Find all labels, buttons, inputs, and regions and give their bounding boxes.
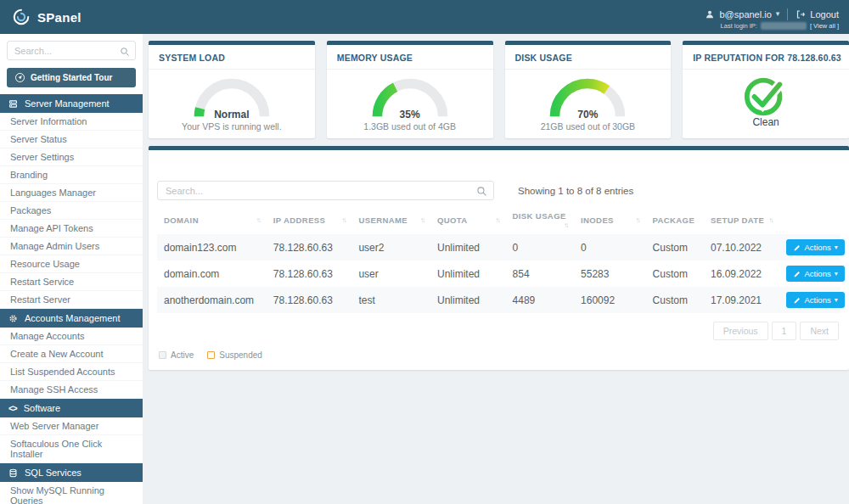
code-icon: <> bbox=[8, 404, 17, 413]
header-divider bbox=[787, 8, 788, 20]
memory-usage-gauge: 35% bbox=[366, 74, 454, 120]
cell-setup-date: 07.10.2022 bbox=[704, 234, 779, 260]
sort-icon: ↑↓ bbox=[769, 216, 773, 224]
sidebar-item-resource-usage[interactable]: Resource Usage bbox=[0, 255, 143, 273]
user-email: b@spanel.io bbox=[719, 9, 771, 20]
system-load-status: Normal bbox=[188, 109, 276, 120]
last-login-ip-redacted bbox=[761, 22, 807, 30]
cell-ip: 78.128.60.63 bbox=[267, 260, 352, 287]
sidebar-item-list-suspended-accounts[interactable]: List Suspended Accounts bbox=[0, 363, 143, 381]
logout-icon bbox=[796, 9, 806, 20]
sidebar-item-server-status[interactable]: Server Status bbox=[0, 131, 143, 148]
table-row: domain123.com 78.128.60.63 user2 Unlimit… bbox=[157, 234, 841, 260]
column-header-domain[interactable]: DOMAIN↑↓ bbox=[157, 207, 267, 234]
sidebar-section-sql-services[interactable]: SQL Services bbox=[0, 463, 143, 482]
sidebar-item-manage-ssh-access[interactable]: Manage SSH Access bbox=[0, 381, 143, 399]
sidebar-item-packages[interactable]: Packages bbox=[0, 202, 143, 220]
sort-icon: ↑↓ bbox=[256, 216, 260, 224]
column-header-quota[interactable]: QUOTA↑↓ bbox=[430, 207, 506, 234]
sidebar-item-manage-accounts[interactable]: Manage Accounts bbox=[0, 328, 143, 345]
main-content: SYSTEM LOAD Normal Your VPS is running w… bbox=[143, 34, 849, 504]
sidebar-search-input[interactable] bbox=[7, 41, 136, 60]
accounts-search-input[interactable] bbox=[157, 181, 494, 200]
actions-button[interactable]: Actions▾ bbox=[786, 239, 845, 255]
sidebar-item-softaculous-one-click-installer[interactable]: Softaculous One Click Installer bbox=[0, 435, 143, 463]
sidebar-item-server-settings[interactable]: Server Settings bbox=[0, 148, 143, 166]
active-legend-label: Active bbox=[171, 350, 194, 360]
chevron-down-icon: ▾ bbox=[835, 297, 838, 304]
sidebar: Getting Started Tour Server Management S… bbox=[0, 34, 143, 504]
section-label: Server Management bbox=[25, 98, 110, 109]
spanel-logo-icon bbox=[12, 8, 31, 26]
cell-package: Custom bbox=[646, 260, 704, 287]
getting-started-tour-button[interactable]: Getting Started Tour bbox=[7, 68, 136, 87]
top-header: SPanel b@spanel.io ▾ Logout Last login I… bbox=[0, 0, 849, 34]
cell-domain: domain.com bbox=[157, 260, 267, 287]
clean-check-icon bbox=[741, 71, 790, 119]
column-header-setup-date[interactable]: SETUP DATE↑↓ bbox=[704, 207, 779, 234]
sidebar-section-accounts-management[interactable]: Accounts Management bbox=[0, 309, 143, 328]
sort-icon: ↑↓ bbox=[564, 221, 567, 229]
memory-usage-percent: 35% bbox=[366, 109, 454, 120]
status-legend: Active Suspended bbox=[157, 350, 841, 360]
brand[interactable]: SPanel bbox=[12, 8, 82, 26]
cell-inodes: 55283 bbox=[574, 260, 646, 287]
pagination: Previous 1 Next bbox=[157, 322, 841, 340]
sidebar-section-server-management[interactable]: Server Management bbox=[0, 94, 143, 113]
sidebar-item-manage-api-tokens[interactable]: Manage API Tokens bbox=[0, 220, 143, 238]
suspended-legend-label: Suspended bbox=[219, 350, 262, 360]
section-label: SQL Services bbox=[25, 468, 82, 478]
sidebar-item-show-mysql-running-queries[interactable]: Show MySQL Running Queries bbox=[0, 482, 143, 504]
sidebar-item-languages-manager[interactable]: Languages Manager bbox=[0, 184, 143, 202]
table-row: anotherdomain.com 78.128.60.63 test Unli… bbox=[157, 287, 841, 313]
pagination-next-button[interactable]: Next bbox=[800, 322, 839, 340]
view-all-link[interactable]: [ View all ] bbox=[810, 22, 839, 30]
system-load-gauge: Normal bbox=[188, 74, 276, 120]
cell-inodes: 160092 bbox=[574, 287, 646, 313]
system-load-subtitle: Your VPS is running well. bbox=[182, 121, 282, 132]
sidebar-item-server-information[interactable]: Server Information bbox=[0, 113, 143, 131]
user-menu[interactable]: b@spanel.io ▾ bbox=[705, 9, 779, 20]
actions-button[interactable]: Actions▾ bbox=[786, 292, 845, 308]
sidebar-item-create-a-new-account[interactable]: Create a New Account bbox=[0, 345, 143, 363]
sidebar-item-web-server-manager[interactable]: Web Server Manager bbox=[0, 417, 143, 435]
sort-icon: ↑↓ bbox=[496, 216, 499, 224]
cell-disk-usage: 4489 bbox=[506, 287, 575, 313]
user-icon bbox=[705, 9, 715, 20]
chevron-down-icon: ▾ bbox=[776, 10, 780, 18]
sidebar-item-restart-service[interactable]: Restart Service bbox=[0, 273, 143, 291]
column-header-package[interactable]: PACKAGE bbox=[646, 207, 704, 234]
disk-usage-subtitle: 21GB used out of 30GB bbox=[541, 121, 636, 132]
column-header-username[interactable]: USERNAME↑↓ bbox=[351, 207, 430, 234]
logout-button[interactable]: Logout bbox=[796, 9, 839, 20]
cell-domain: anotherdomain.com bbox=[157, 287, 267, 313]
memory-usage-card: MEMORY USAGE 35% 1.3GB used out of 4GB bbox=[327, 41, 493, 138]
sidebar-item-manage-admin-users[interactable]: Manage Admin Users bbox=[0, 238, 143, 255]
ip-reputation-status: Clean bbox=[752, 116, 779, 128]
column-header-inodes[interactable]: INODES↑↓ bbox=[574, 207, 646, 234]
column-header-ip-address[interactable]: IP ADDRESS↑↓ bbox=[267, 207, 352, 234]
chevron-down-icon: ▾ bbox=[835, 244, 838, 251]
cell-quota: Unlimited bbox=[430, 234, 506, 260]
cell-setup-date: 17.09.2021 bbox=[704, 287, 779, 313]
database-icon bbox=[8, 468, 18, 478]
card-title: DISK USAGE bbox=[505, 45, 672, 70]
sidebar-section-software[interactable]: <> Software bbox=[0, 399, 143, 417]
sidebar-item-restart-server[interactable]: Restart Server bbox=[0, 291, 143, 309]
system-load-card: SYSTEM LOAD Normal Your VPS is running w… bbox=[149, 41, 315, 138]
brand-name: SPanel bbox=[37, 10, 82, 25]
pagination-previous-button[interactable]: Previous bbox=[713, 322, 768, 340]
section-label: Software bbox=[24, 403, 60, 413]
table-row: domain.com 78.128.60.63 user Unlimited 8… bbox=[157, 260, 841, 287]
cell-ip: 78.128.60.63 bbox=[267, 234, 352, 260]
disk-usage-card: DISK USAGE 70% 21GB used out of 30GB bbox=[505, 41, 672, 138]
cell-ip: 78.128.60.63 bbox=[267, 287, 352, 313]
ip-reputation-card: IP REPUTATION FOR 78.128.60.63 Clean bbox=[683, 41, 849, 138]
cell-quota: Unlimited bbox=[430, 287, 506, 313]
pagination-page-1-button[interactable]: 1 bbox=[772, 322, 797, 340]
chevron-down-icon: ▾ bbox=[835, 271, 838, 277]
sidebar-item-branding[interactable]: Branding bbox=[0, 166, 143, 184]
rocket-icon bbox=[14, 72, 25, 83]
actions-button[interactable]: Actions▾ bbox=[786, 266, 845, 282]
column-header-disk-usage[interactable]: DISK USAGE↑↓ bbox=[506, 207, 575, 234]
